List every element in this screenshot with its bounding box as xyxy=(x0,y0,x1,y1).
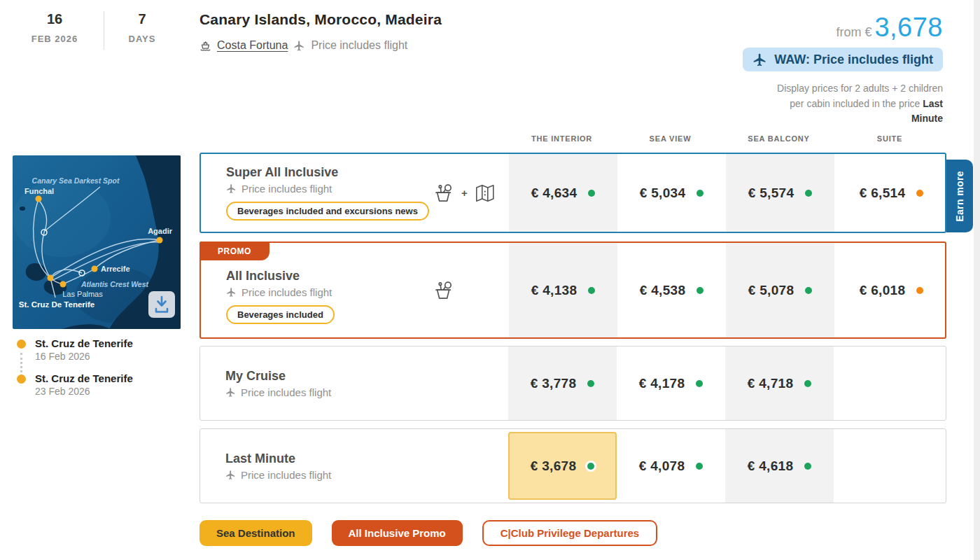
cclub-privilege-button[interactable]: C|Club Privilege Departures xyxy=(482,520,657,546)
beverage-icon xyxy=(432,279,456,302)
rate-row-super-all-inclusive[interactable]: Super All Inclusive Price includes fligh… xyxy=(200,153,946,233)
rate-feature-icons xyxy=(432,279,456,302)
price-cell-interior-selected[interactable]: € 3,678 xyxy=(508,432,617,500)
price-from: from € 3,678 xyxy=(836,14,943,41)
itinerary-date: 16 Feb 2026 xyxy=(35,351,133,362)
all-inclusive-promo-button[interactable]: All Inclusive Promo xyxy=(332,520,463,546)
port-dot-icon xyxy=(17,340,26,349)
rate-name: Last Minute xyxy=(225,451,508,466)
rate-name: My Cruise xyxy=(225,369,508,384)
column-header-balcony: SEA BALCONY xyxy=(724,134,833,143)
earn-more-label: Earn more xyxy=(954,171,965,222)
itinerary-port: St. Cruz de Tenerife xyxy=(35,337,133,349)
departure-day: 16 xyxy=(21,11,88,27)
rate-flight-note: Price includes flight xyxy=(226,286,509,298)
price-cell-suite[interactable]: € 6,018 xyxy=(834,243,948,337)
price-value: € 5,034 xyxy=(640,186,686,201)
price-cell-balcony[interactable]: € 5,078 xyxy=(726,243,834,337)
price-cell-balcony[interactable]: € 5,574 xyxy=(726,154,834,232)
price-cell-balcony[interactable]: € 4,718 xyxy=(725,346,834,420)
price-cell-suite-empty xyxy=(834,429,948,503)
availability-dot xyxy=(696,287,704,294)
flight-icon xyxy=(225,387,236,398)
availability-dot xyxy=(696,463,703,470)
price-cell-balcony[interactable]: € 4,618 xyxy=(725,429,834,503)
price-value: € 3,778 xyxy=(531,376,577,391)
availability-dot xyxy=(696,380,703,387)
price-cell-interior[interactable]: € 4,138 xyxy=(509,243,617,337)
rate-name: All Inclusive xyxy=(226,269,509,284)
waw-badge-label: WAW: Price includes flight xyxy=(774,52,933,67)
price-value: € 5,078 xyxy=(748,283,794,298)
itinerary-stop: St. Cruz de Tenerife 23 Feb 2026 xyxy=(17,372,133,397)
price-value: € 6,514 xyxy=(860,186,906,201)
map-port-label-funchal: Funchal xyxy=(24,187,54,195)
from-price-value: 3,678 xyxy=(874,14,943,41)
availability-dot xyxy=(916,287,923,294)
price-value: € 4,178 xyxy=(639,376,685,391)
route-map[interactable]: Canary Sea Darkest Spot Funchal Agadir A… xyxy=(13,155,181,329)
rate-info: All Inclusive Price includes flight Beve… xyxy=(201,243,509,337)
page-title: Canary Islands, Morocco, Madeira xyxy=(200,11,442,28)
duration-label: DAYS xyxy=(112,34,172,44)
availability-dot xyxy=(588,190,595,197)
column-header-suite: SUITE xyxy=(833,134,946,143)
flight-icon xyxy=(752,52,767,67)
itinerary-stop: St. Cruz de Tenerife 16 Feb 2026 xyxy=(17,337,133,362)
rate-row-all-inclusive[interactable]: PROMO All Inclusive Price includes fligh… xyxy=(200,241,946,339)
price-cell-seaview[interactable]: € 4,538 xyxy=(617,243,726,337)
availability-dot xyxy=(804,463,811,470)
flight-note-text: Price includes flight xyxy=(241,386,331,398)
from-label: from € xyxy=(836,25,872,40)
duration-value: 7 xyxy=(112,11,172,27)
price-cell-seaview[interactable]: € 4,178 xyxy=(617,346,725,420)
departure-month-year: FEB 2026 xyxy=(21,34,88,44)
availability-dot xyxy=(587,380,594,387)
earn-more-tab[interactable]: Earn more xyxy=(946,160,973,232)
map-port-label-agadir: Agadir xyxy=(148,227,173,235)
map-download-button[interactable] xyxy=(148,291,175,318)
rate-flight-note: Price includes flight xyxy=(225,469,508,481)
rate-feature-icons: + xyxy=(432,182,496,204)
beverages-pill: Beverages included xyxy=(226,305,335,324)
availability-dot xyxy=(805,287,812,294)
note-text: Display prices for 2 adults + 2 children… xyxy=(777,83,943,109)
ship-name-link[interactable]: Costa Fortuna xyxy=(217,39,288,52)
rate-name: Super All Inclusive xyxy=(226,165,509,180)
map-port-label-tenerife: St. Cruz De Tenerife xyxy=(19,300,94,309)
cruise-meta-row: Costa Fortuna Price includes flight xyxy=(200,39,407,52)
flight-icon xyxy=(226,287,237,298)
price-value: € 4,618 xyxy=(748,458,794,474)
price-cell-suite-empty xyxy=(834,346,948,420)
rate-row-last-minute[interactable]: Last Minute Price includes flight € 3,67… xyxy=(200,428,946,503)
flight-note: Price includes flight xyxy=(311,39,407,52)
flight-note-text: Price includes flight xyxy=(241,183,332,195)
flight-icon xyxy=(226,183,237,194)
beverages-excursions-pill: Beverages included and excursions news xyxy=(226,202,429,220)
beverage-icon xyxy=(432,182,456,204)
sea-destination-button[interactable]: Sea Destination xyxy=(200,520,312,546)
price-value: € 4,634 xyxy=(531,186,578,201)
availability-dot xyxy=(804,380,811,387)
map-port-label-arrecife: Arrecife xyxy=(101,265,130,273)
departure-date: 16 FEB 2026 xyxy=(21,11,88,44)
waw-flight-badge[interactable]: WAW: Price includes flight xyxy=(743,48,943,71)
price-value: € 4,538 xyxy=(640,283,686,298)
map-region-label: Canary Sea Darkest Spot xyxy=(32,176,120,185)
map-spot-label: Atlantis Crest West xyxy=(80,280,149,288)
price-value: € 6,018 xyxy=(860,283,906,298)
price-value: € 4,718 xyxy=(748,376,794,391)
flight-note-text: Price includes flight xyxy=(241,469,331,481)
price-cell-seaview[interactable]: € 5,034 xyxy=(617,154,726,232)
price-cell-interior[interactable]: € 4,634 xyxy=(509,154,617,232)
price-cell-suite[interactable]: € 6,514 xyxy=(834,154,948,232)
availability-dot xyxy=(916,190,923,197)
page-edge-strip xyxy=(974,0,980,560)
availability-dot xyxy=(587,463,594,470)
itinerary-date: 23 Feb 2026 xyxy=(35,386,133,397)
column-header-interior: THE INTERIOR xyxy=(507,134,616,143)
flight-icon xyxy=(225,470,236,480)
rate-row-my-cruise[interactable]: My Cruise Price includes flight € 3,778 … xyxy=(200,346,946,421)
price-cell-interior[interactable]: € 3,778 xyxy=(508,346,617,420)
price-cell-seaview[interactable]: € 4,078 xyxy=(617,429,725,503)
